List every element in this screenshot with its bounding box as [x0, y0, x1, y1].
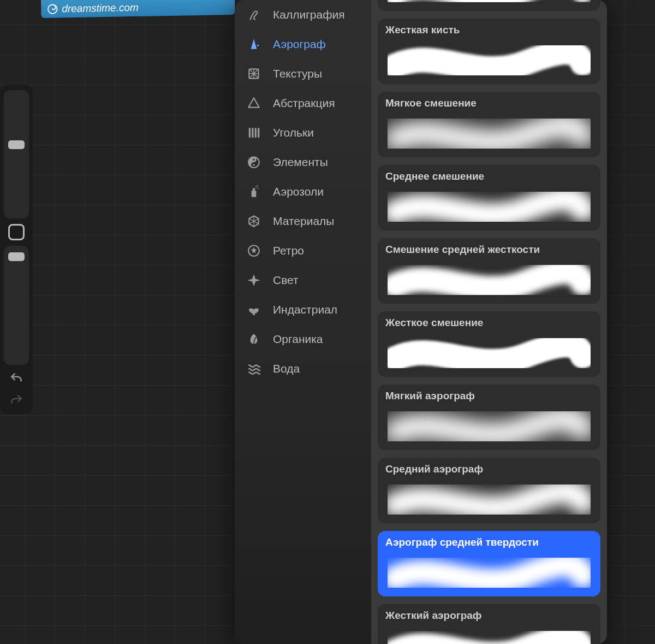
- brush-title: Аэрограф средней твердости: [385, 536, 593, 548]
- spray-icon: [247, 185, 261, 199]
- brush-list: Жесткая кистьМягкое смешениеСреднее смеш…: [371, 0, 607, 644]
- category-light[interactable]: Свет: [235, 265, 371, 295]
- brush-item[interactable]: Аэрограф средней твердости: [378, 531, 600, 596]
- opacity-slider-track[interactable]: [4, 246, 29, 365]
- redo-button[interactable]: [8, 392, 25, 409]
- charcoal-icon: [247, 126, 261, 140]
- brush-item[interactable]: [378, 0, 600, 11]
- brush-stroke-preview: [388, 476, 591, 518]
- brush-stroke-preview: [388, 330, 591, 371]
- retro-icon: [247, 244, 261, 258]
- textures-icon: [247, 67, 261, 81]
- brush-item[interactable]: Смешение средней жесткости: [378, 238, 600, 304]
- category-label: Каллиграфия: [273, 8, 345, 21]
- category-label: Элементы: [273, 156, 328, 169]
- brush-title: Жесткий аэрограф: [385, 610, 593, 622]
- brush-stroke-preview: [388, 403, 591, 445]
- brush-item[interactable]: Жесткая кисть: [378, 19, 600, 84]
- brush-stroke-preview: [388, 0, 591, 5]
- brush-title: Среднее смешение: [385, 170, 593, 182]
- brush-item[interactable]: Жесткое смешение: [378, 311, 600, 377]
- redo-icon: [9, 393, 23, 407]
- category-label: Ретро: [273, 244, 304, 257]
- category-spray[interactable]: Аэрозоли: [235, 177, 371, 206]
- brush-library-panel: КаллиграфияАэрографТекстурыАбстракцияУго…: [235, 0, 607, 644]
- category-label: Свет: [273, 274, 299, 287]
- brush-stroke-preview: [388, 550, 591, 591]
- category-label: Индастриал: [273, 303, 337, 316]
- category-label: Аэрозоли: [273, 185, 324, 198]
- category-textures[interactable]: Текстуры: [235, 59, 371, 88]
- calligraphy-icon: [247, 8, 261, 22]
- brush-title: Мягкий аэрограф: [385, 390, 593, 402]
- brush-stroke-preview: [388, 110, 591, 152]
- industrial-icon: [247, 303, 261, 317]
- brush-stroke-preview: [388, 257, 591, 298]
- spiral-icon: [46, 3, 58, 15]
- shape-button[interactable]: [8, 224, 25, 240]
- category-label: Угольки: [273, 126, 314, 139]
- category-label: Текстуры: [273, 67, 322, 80]
- size-slider-thumb[interactable]: [8, 140, 25, 149]
- opacity-slider-thumb[interactable]: [8, 252, 25, 261]
- category-elements[interactable]: Элементы: [235, 147, 371, 177]
- category-label: Аэрограф: [273, 38, 326, 51]
- category-charcoal[interactable]: Угольки: [235, 118, 371, 147]
- category-industrial[interactable]: Индастриал: [235, 295, 371, 324]
- materials-icon: [247, 214, 261, 228]
- watermark-text: dreamstime.com: [62, 1, 139, 14]
- tool-sidebar: [0, 85, 33, 414]
- brush-title: Мягкое смешение: [385, 97, 593, 109]
- category-label: Органика: [273, 333, 323, 346]
- brush-title: Жесткая кисть: [385, 24, 593, 36]
- size-slider-track[interactable]: [4, 90, 29, 218]
- brush-item[interactable]: Средний аэрограф: [378, 458, 600, 523]
- category-airbrush[interactable]: Аэрограф: [235, 29, 371, 59]
- brush-category-list: КаллиграфияАэрографТекстурыАбстракцияУго…: [235, 0, 371, 644]
- category-label: Вода: [273, 362, 300, 375]
- category-organic[interactable]: Органика: [235, 324, 371, 354]
- category-materials[interactable]: Материалы: [235, 206, 371, 236]
- abstract-icon: [247, 96, 261, 110]
- airbrush-icon: [247, 37, 261, 51]
- brush-item[interactable]: Мягкий аэрограф: [378, 385, 600, 450]
- brush-item[interactable]: Среднее смешение: [378, 165, 600, 231]
- brush-stroke-preview: [388, 37, 591, 79]
- category-label: Материалы: [273, 215, 334, 228]
- category-label: Абстракция: [273, 97, 335, 110]
- category-water[interactable]: Вода: [235, 354, 371, 383]
- brush-title: Жесткое смешение: [385, 317, 593, 329]
- elements-icon: [247, 155, 261, 169]
- undo-button[interactable]: [8, 370, 25, 387]
- organic-icon: [247, 332, 261, 346]
- water-icon: [247, 362, 261, 376]
- brush-item[interactable]: Жесткий аэрограф: [378, 604, 600, 644]
- category-calligraphy[interactable]: Каллиграфия: [235, 0, 371, 29]
- category-retro[interactable]: Ретро: [235, 236, 371, 265]
- brush-title: Средний аэрограф: [385, 463, 593, 475]
- brush-title: Смешение средней жесткости: [385, 244, 593, 256]
- category-abstract[interactable]: Абстракция: [235, 88, 371, 118]
- light-icon: [247, 273, 261, 287]
- brush-stroke-preview: [388, 623, 591, 644]
- brush-stroke-preview: [388, 184, 591, 225]
- brush-item[interactable]: Мягкое смешение: [378, 92, 600, 157]
- undo-icon: [9, 371, 23, 386]
